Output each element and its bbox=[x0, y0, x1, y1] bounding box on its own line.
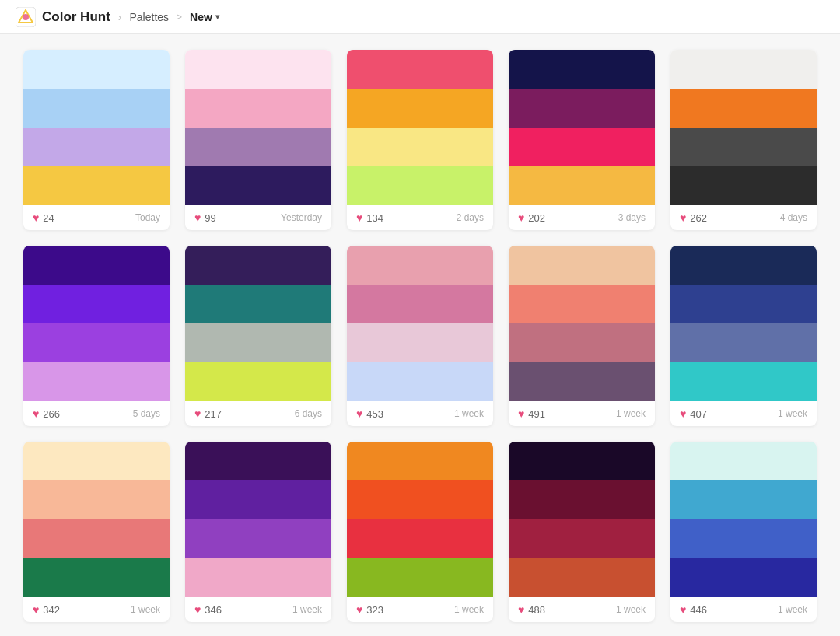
palette-card[interactable]: ♥2665 days bbox=[23, 246, 170, 426]
palette-card[interactable]: ♥4461 week bbox=[670, 442, 817, 622]
palette-card[interactable]: ♥1342 days bbox=[347, 50, 493, 230]
color-strip bbox=[347, 166, 493, 205]
palette-card[interactable]: ♥2176 days bbox=[185, 246, 331, 426]
palette-footer: ♥4911 week bbox=[509, 401, 655, 426]
palette-likes[interactable]: ♥407 bbox=[680, 407, 707, 420]
palette-card[interactable]: ♥3461 week bbox=[185, 442, 331, 622]
color-strip bbox=[509, 50, 655, 89]
color-strip bbox=[347, 558, 493, 597]
color-strip bbox=[509, 362, 655, 401]
palette-likes[interactable]: ♥134 bbox=[356, 211, 383, 224]
palette-card[interactable]: ♥2023 days bbox=[509, 50, 655, 230]
likes-count: 446 bbox=[690, 604, 707, 616]
heart-icon: ♥ bbox=[518, 211, 524, 224]
color-strip bbox=[670, 50, 817, 89]
palette-time: 1 week bbox=[454, 408, 484, 419]
color-strip bbox=[509, 323, 655, 362]
palette-card[interactable]: ♥2624 days bbox=[670, 50, 817, 230]
chevron-down-icon: ▾ bbox=[215, 12, 219, 21]
palette-time: 1 week bbox=[616, 408, 646, 419]
palette-likes[interactable]: ♥453 bbox=[356, 407, 383, 420]
likes-count: 134 bbox=[366, 212, 383, 224]
palette-likes[interactable]: ♥488 bbox=[518, 603, 545, 616]
color-strip bbox=[185, 166, 331, 205]
palette-likes[interactable]: ♥323 bbox=[356, 603, 383, 616]
palette-time: 1 week bbox=[454, 604, 484, 615]
palette-time: 1 week bbox=[616, 604, 646, 615]
color-strip bbox=[23, 128, 170, 166]
palette-footer: ♥99Yesterday bbox=[185, 205, 331, 230]
color-strip bbox=[670, 285, 817, 323]
palette-likes[interactable]: ♥202 bbox=[518, 211, 545, 224]
palette-footer: ♥4531 week bbox=[347, 401, 493, 426]
color-strip bbox=[670, 128, 817, 166]
palette-time: 4 days bbox=[780, 212, 807, 223]
color-strip bbox=[509, 89, 655, 128]
color-strip bbox=[185, 89, 331, 128]
palette-likes[interactable]: ♥266 bbox=[33, 407, 60, 420]
color-strip bbox=[670, 558, 817, 597]
palette-colors bbox=[185, 246, 331, 401]
color-strip bbox=[23, 558, 170, 597]
palette-likes[interactable]: ♥446 bbox=[680, 603, 707, 616]
color-strip bbox=[185, 558, 331, 597]
palette-footer: ♥4461 week bbox=[670, 597, 817, 622]
palette-card[interactable]: ♥99Yesterday bbox=[185, 50, 331, 230]
color-strip bbox=[509, 128, 655, 166]
color-strip bbox=[23, 362, 170, 401]
heart-icon: ♥ bbox=[194, 407, 201, 420]
palette-colors bbox=[670, 50, 817, 205]
likes-count: 488 bbox=[528, 604, 545, 616]
palette-time: 1 week bbox=[131, 604, 160, 615]
color-strip bbox=[670, 442, 817, 480]
likes-count: 342 bbox=[43, 604, 60, 616]
color-strip bbox=[185, 323, 331, 362]
nav-new-dropdown[interactable]: New ▾ bbox=[190, 11, 219, 23]
palette-time: 1 week bbox=[778, 604, 807, 615]
palette-likes[interactable]: ♥346 bbox=[194, 603, 222, 616]
palette-colors bbox=[185, 442, 331, 597]
color-strip bbox=[509, 246, 655, 285]
nav-palettes-link[interactable]: Palettes bbox=[130, 11, 170, 23]
logo-area[interactable]: Color Hunt bbox=[16, 7, 110, 27]
palette-time: 3 days bbox=[618, 212, 646, 223]
color-strip bbox=[23, 50, 170, 89]
color-strip bbox=[347, 89, 493, 128]
palette-likes[interactable]: ♥217 bbox=[194, 407, 222, 420]
palette-card[interactable]: ♥24Today bbox=[23, 50, 170, 230]
palette-time: 5 days bbox=[133, 408, 160, 419]
color-strip bbox=[670, 362, 817, 401]
palette-colors bbox=[347, 246, 493, 401]
palette-card[interactable]: ♥4071 week bbox=[670, 246, 817, 426]
likes-count: 262 bbox=[690, 212, 707, 224]
color-strip bbox=[347, 128, 493, 166]
color-strip bbox=[185, 128, 331, 166]
color-strip bbox=[347, 519, 493, 558]
palette-card[interactable]: ♥4531 week bbox=[347, 246, 493, 426]
palette-card[interactable]: ♥3231 week bbox=[347, 442, 493, 622]
palette-likes[interactable]: ♥262 bbox=[680, 211, 707, 224]
likes-count: 24 bbox=[43, 212, 54, 224]
palette-time: 2 days bbox=[457, 212, 484, 223]
palette-footer: ♥2023 days bbox=[509, 205, 655, 230]
palette-colors bbox=[23, 246, 170, 401]
palette-likes[interactable]: ♥342 bbox=[33, 603, 60, 616]
nav-new-label: New bbox=[190, 11, 212, 23]
palette-card[interactable]: ♥4881 week bbox=[509, 442, 655, 622]
color-strip bbox=[670, 166, 817, 205]
likes-count: 453 bbox=[366, 408, 383, 420]
palette-likes[interactable]: ♥24 bbox=[33, 211, 54, 224]
palette-colors bbox=[23, 50, 170, 205]
heart-icon: ♥ bbox=[680, 211, 686, 224]
color-strip bbox=[670, 519, 817, 558]
palette-likes[interactable]: ♥491 bbox=[518, 407, 545, 420]
palette-card[interactable]: ♥3421 week bbox=[23, 442, 170, 622]
likes-count: 491 bbox=[528, 408, 545, 420]
palette-footer: ♥3461 week bbox=[185, 597, 331, 622]
heart-icon: ♥ bbox=[33, 603, 39, 616]
color-strip bbox=[185, 50, 331, 89]
palette-likes[interactable]: ♥99 bbox=[194, 211, 216, 224]
palette-card[interactable]: ♥4911 week bbox=[509, 246, 655, 426]
palette-colors bbox=[509, 442, 655, 597]
heart-icon: ♥ bbox=[356, 211, 362, 224]
